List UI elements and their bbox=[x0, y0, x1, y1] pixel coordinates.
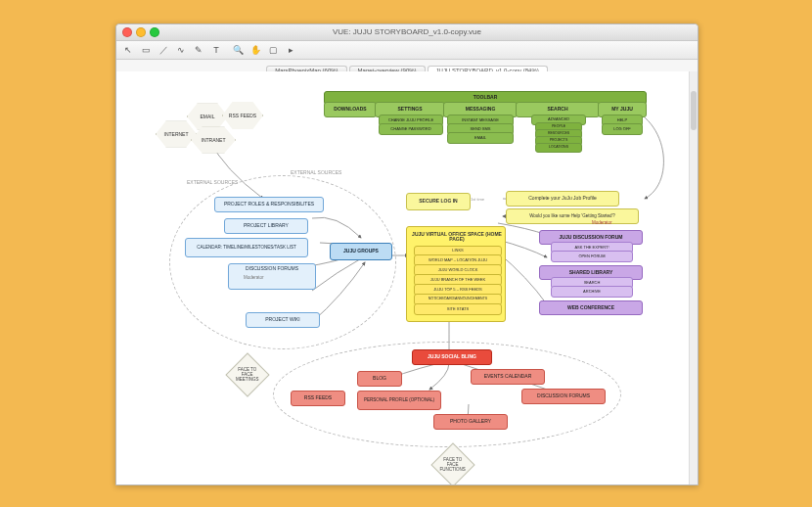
play-icon[interactable]: ▸ bbox=[285, 44, 296, 56]
home-item-6: SITE STATS bbox=[414, 303, 502, 315]
profile-prompt: Complete your JuJu Job Profile bbox=[506, 191, 619, 207]
help-prompt: Would you like some Help 'Getting Starte… bbox=[506, 208, 639, 224]
diamond-functions-label: FACE TO FACE FUNCTIONS bbox=[438, 458, 468, 473]
close-icon[interactable] bbox=[122, 27, 132, 37]
hex-rss: RSS FEEDS bbox=[222, 101, 263, 130]
diamond-functions: FACE TO FACE FUNCTIONS bbox=[430, 442, 474, 484]
diamond-meetings: FACE TO FACE MEETINGS bbox=[225, 352, 269, 396]
titlebar: VUE: JUJU STORYBOARD_v1.0-copy.vue bbox=[116, 24, 698, 41]
diamond-meetings-label: FACE TO FACE MEETINGS bbox=[233, 368, 262, 383]
rect-icon[interactable]: ▭ bbox=[140, 44, 152, 56]
label-moderator: Moderator bbox=[244, 275, 264, 280]
purple-webconf: WEB CONFERENCE bbox=[539, 300, 643, 315]
purple-disc-2: OPEN FORUM bbox=[551, 251, 633, 262]
social-blog: BLOG bbox=[357, 371, 402, 387]
app-toolbar: ↖ ▭ ／ ∿ ✎ T 🔍 ✋ ▢ ▸ bbox=[116, 41, 698, 60]
window-title: VUE: JUJU STORYBOARD_v1.0-copy.vue bbox=[116, 24, 698, 40]
groups-wiki: PROJECT WIKI bbox=[246, 312, 320, 328]
groups-roles: PROJECT ROLES & RESPONSIBILITES bbox=[214, 197, 324, 212]
toolbar-settings-2: CHANGE PASSWORD bbox=[379, 123, 443, 135]
pointer-icon[interactable]: ↖ bbox=[122, 44, 134, 56]
hex-internet: INTERNET bbox=[156, 120, 197, 148]
groups-header: JUJU GROUPS bbox=[330, 243, 392, 260]
traffic-lights bbox=[122, 27, 159, 37]
toolbar-downloads: DOWNLOADS bbox=[324, 102, 377, 117]
hex-intranet: INTRANET bbox=[191, 126, 236, 154]
social-header: JUJU SOCIAL BLING bbox=[412, 349, 492, 365]
toolbar-msg-3: EMAIL bbox=[447, 132, 514, 144]
hex-internet-label: INTERNET bbox=[164, 131, 189, 137]
scrollbar-vertical[interactable] bbox=[689, 71, 698, 484]
purple-shared-2: ARCHIVE bbox=[551, 286, 633, 298]
home-title: JUJU VIRTUAL OFFICE SPACE (HOME PAGE) bbox=[408, 228, 506, 246]
groups-calendar: CALENDAR: TIMELINE/MILESTONES/TASK LIST bbox=[185, 238, 308, 257]
minimize-icon[interactable] bbox=[136, 27, 146, 37]
zoom-icon[interactable]: 🔍 bbox=[232, 44, 244, 56]
app-window: VUE: JUJU STORYBOARD_v1.0-copy.vue ↖ ▭ ／… bbox=[115, 23, 699, 485]
scrollbar-thumb[interactable] bbox=[691, 91, 697, 130]
social-forums: DISCUSSION FORUMS bbox=[521, 389, 606, 404]
curve-icon[interactable]: ∿ bbox=[175, 44, 187, 56]
groups-forums: DISCUSSION FORUMS bbox=[228, 263, 316, 290]
social-gallery: PHOTO GALLERY bbox=[433, 414, 508, 430]
social-rss: RSS FEEDS bbox=[291, 391, 345, 406]
login-node: SECURE LOG IN bbox=[406, 193, 471, 210]
label-external-2: EXTERNAL SOURCES bbox=[291, 169, 341, 175]
toolbar-search-5: LOCATIONS bbox=[535, 143, 582, 153]
path-icon[interactable]: ✎ bbox=[193, 44, 204, 56]
hand-icon[interactable]: ✋ bbox=[249, 44, 261, 56]
line-icon[interactable]: ／ bbox=[158, 44, 169, 56]
text-icon[interactable]: T bbox=[210, 44, 222, 56]
hex-rss-label: RSS FEEDS bbox=[229, 113, 256, 118]
present-icon[interactable]: ▢ bbox=[267, 44, 279, 56]
canvas[interactable]: INTERNET EMAIL INTRANET RSS FEEDS EXTERN… bbox=[116, 71, 698, 484]
groups-library: PROJECT LIBRARY bbox=[224, 218, 308, 234]
label-firsttime: 1st time bbox=[471, 197, 484, 202]
toolbar-myjuju-2: LOG OFF bbox=[602, 123, 643, 135]
hex-email: EMAIL bbox=[187, 103, 228, 130]
social-profile: PERSONAL PROFILE (OPTIONAL) bbox=[357, 391, 441, 410]
maximize-icon[interactable] bbox=[150, 27, 159, 37]
label-moderator-2: Moderator bbox=[592, 220, 612, 225]
hex-email-label: EMAIL bbox=[200, 114, 214, 119]
social-events: EVENTS CALENDAR bbox=[471, 369, 545, 385]
hex-intranet-label: INTRANET bbox=[202, 137, 226, 143]
